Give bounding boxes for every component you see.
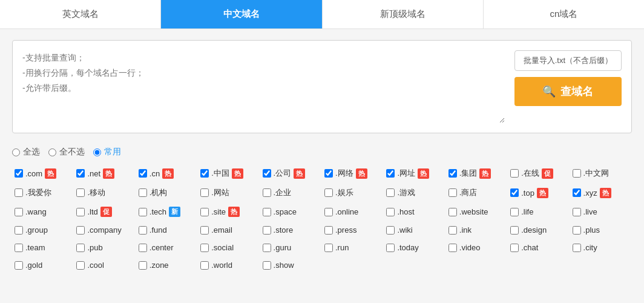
import-button[interactable]: 批量导入.txt（不含后缀） [514, 50, 622, 71]
domain-checkbox[interactable] [386, 169, 395, 178]
domain-checkbox[interactable] [15, 226, 23, 235]
domain-checkbox[interactable] [573, 188, 581, 197]
domain-checkbox[interactable] [263, 261, 271, 270]
domain-checkbox[interactable] [139, 244, 147, 252]
domain-name-label: .在线 [521, 168, 539, 179]
domain-checkbox[interactable] [324, 226, 333, 235]
domain-item: .cool [74, 256, 136, 274]
domain-item: .wang [12, 202, 74, 221]
domain-name-label: .social [211, 243, 234, 252]
search-actions: 批量导入.txt（不含后缀） 🔍 查域名 [514, 50, 622, 123]
domain-checkbox[interactable] [263, 226, 271, 235]
domain-checkbox[interactable] [448, 226, 457, 235]
domain-checkbox[interactable] [510, 188, 519, 197]
domain-checkbox[interactable] [139, 261, 147, 270]
domain-name-label: .host [397, 207, 414, 216]
domain-checkbox[interactable] [200, 188, 209, 197]
domain-badge: 热 [162, 168, 174, 179]
domain-name-label: .wiki [397, 225, 412, 235]
domain-checkbox[interactable] [15, 208, 23, 216]
domain-item: .net热 [74, 164, 136, 183]
domain-name-label: .xyz [583, 188, 597, 198]
domain-item: .design [508, 221, 570, 239]
filter-none[interactable]: 全不选 [48, 147, 85, 158]
domain-checkbox[interactable] [448, 188, 457, 197]
domain-checkbox[interactable] [200, 261, 209, 270]
domain-name-label: .中国 [211, 168, 229, 179]
domain-badge: 热 [45, 168, 56, 179]
domain-checkbox[interactable] [510, 244, 519, 252]
domain-checkbox[interactable] [76, 261, 85, 270]
domain-checkbox[interactable] [386, 244, 395, 252]
domain-item: .ltd促 [74, 202, 136, 221]
search-input[interactable] [22, 50, 505, 123]
domain-checkbox[interactable] [386, 226, 395, 235]
domain-checkbox[interactable] [76, 244, 85, 252]
domain-checkbox[interactable] [510, 169, 519, 178]
domain-checkbox[interactable] [200, 208, 209, 216]
domain-badge: 热 [356, 168, 367, 179]
domain-name-label: .移动 [87, 187, 105, 198]
domain-name-label: .store [274, 225, 294, 235]
tab-cn[interactable]: 中文域名 [161, 0, 322, 28]
search-area: 批量导入.txt（不含后缀） 🔍 查域名 [12, 40, 632, 133]
domain-checkbox[interactable] [324, 169, 333, 178]
domain-checkbox[interactable] [139, 208, 147, 216]
domain-checkbox[interactable] [510, 208, 519, 216]
domain-checkbox[interactable] [448, 208, 457, 216]
domain-checkbox[interactable] [386, 188, 395, 197]
domain-name-label: .site [211, 207, 226, 216]
tab-cn2[interactable]: cn域名 [484, 0, 644, 28]
domain-checkbox[interactable] [15, 169, 23, 178]
domain-name-label: .design [521, 225, 547, 235]
filter-common[interactable]: 常用 [93, 147, 121, 158]
domain-name-label: .中文网 [583, 168, 610, 179]
domain-name-label: .center [150, 243, 174, 252]
domain-checkbox[interactable] [76, 208, 85, 216]
domain-checkbox[interactable] [324, 188, 333, 197]
domain-name-label: .ltd [87, 207, 97, 216]
domain-checkbox[interactable] [573, 169, 581, 178]
domain-checkbox[interactable] [139, 169, 147, 178]
domain-item: .site热 [198, 202, 260, 221]
domain-badge: 热 [228, 207, 240, 217]
domain-name-label: .com [25, 169, 42, 178]
domain-name-label: .网址 [397, 168, 415, 179]
tab-new[interactable]: 新顶级域名 [323, 0, 484, 28]
domain-checkbox[interactable] [263, 188, 271, 197]
domain-name-label: .游戏 [397, 187, 415, 198]
domain-checkbox[interactable] [200, 244, 209, 252]
domain-checkbox[interactable] [200, 169, 209, 178]
domain-checkbox[interactable] [263, 244, 271, 252]
domain-name-label: .网络 [335, 168, 353, 179]
domain-checkbox[interactable] [324, 244, 333, 252]
domain-checkbox[interactable] [76, 188, 85, 197]
domain-checkbox[interactable] [263, 169, 271, 178]
domain-checkbox[interactable] [76, 226, 85, 235]
domain-checkbox[interactable] [573, 244, 581, 252]
domain-checkbox[interactable] [324, 208, 333, 216]
domain-checkbox[interactable] [15, 188, 23, 197]
domain-name-label: .press [335, 225, 356, 235]
domain-item: .live [570, 202, 632, 221]
domain-checkbox[interactable] [15, 261, 23, 270]
domain-item: .网络热 [322, 164, 384, 183]
domain-checkbox[interactable] [76, 169, 85, 178]
domain-checkbox[interactable] [386, 208, 395, 216]
domain-checkbox[interactable] [448, 169, 457, 178]
domain-checkbox[interactable] [263, 208, 271, 216]
domain-item: .company [74, 221, 136, 239]
domain-checkbox[interactable] [200, 226, 209, 235]
domain-checkbox[interactable] [448, 244, 457, 252]
domain-checkbox[interactable] [573, 226, 581, 235]
domain-checkbox[interactable] [139, 188, 147, 197]
domain-checkbox[interactable] [15, 244, 23, 252]
tab-en[interactable]: 英文域名 [0, 0, 161, 28]
filter-all[interactable]: 全选 [12, 147, 40, 158]
domain-item: .娱乐 [322, 183, 384, 202]
domain-checkbox[interactable] [510, 226, 519, 235]
domain-checkbox[interactable] [139, 226, 147, 235]
search-button[interactable]: 🔍 查域名 [514, 77, 622, 106]
domain-name-label: .live [583, 207, 597, 216]
domain-checkbox[interactable] [573, 208, 581, 216]
